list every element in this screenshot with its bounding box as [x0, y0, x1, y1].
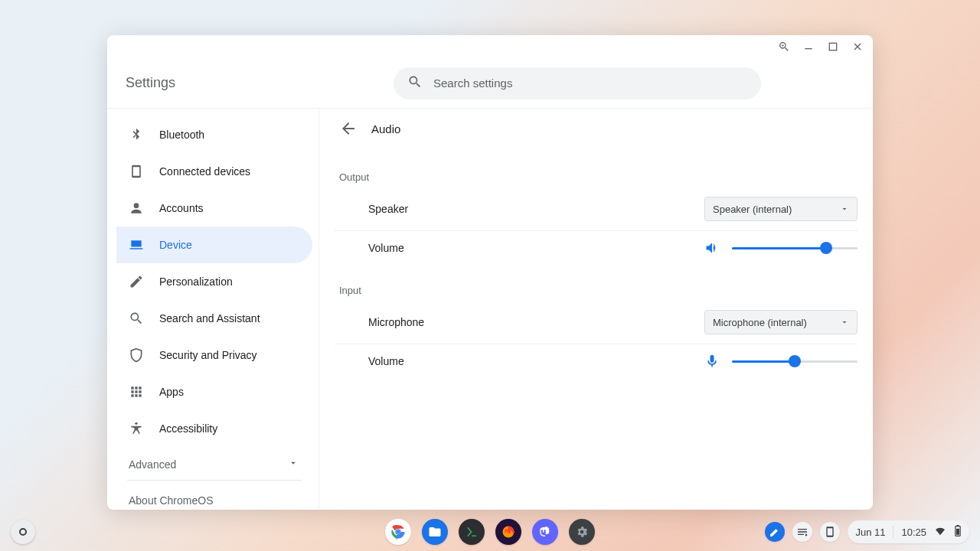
input-volume-label: Volume	[368, 355, 404, 367]
app-settings[interactable]	[569, 519, 595, 545]
chevron-down-icon	[840, 318, 849, 327]
about-label: About ChromeOS	[129, 494, 214, 507]
sidebar-about[interactable]: About ChromeOS	[116, 487, 312, 510]
svg-rect-1	[829, 43, 836, 50]
volume-icon[interactable]	[704, 240, 720, 256]
chevron-down-icon	[288, 458, 299, 471]
pencil-icon	[129, 274, 144, 289]
app-title: Settings	[126, 75, 325, 91]
app-files[interactable]	[422, 519, 448, 545]
speaker-dropdown-value: Speaker (internal)	[713, 204, 792, 215]
app-firefox[interactable]	[495, 519, 521, 545]
person-icon	[129, 201, 144, 216]
sidebar-item-search-assistant[interactable]: Search and Assistant	[116, 300, 312, 337]
content-area: Audio Output Speaker Speaker (internal) …	[318, 109, 873, 510]
mic-dropdown-value: Microphone (internal)	[713, 317, 807, 328]
sidebar-item-connected-devices[interactable]: Connected devices	[116, 153, 312, 190]
sidebar-item-label: Apps	[159, 386, 184, 398]
sidebar-item-apps[interactable]: Apps	[116, 373, 312, 410]
status-phone-icon[interactable]	[820, 522, 840, 542]
search-icon	[129, 311, 144, 326]
window-titlebar	[107, 35, 873, 58]
status-tray[interactable]: Jun 11 10:25	[848, 520, 969, 543]
input-volume-row: Volume	[335, 344, 858, 378]
svg-rect-9	[956, 525, 959, 527]
wifi-icon	[934, 525, 946, 540]
status-pen-icon[interactable]	[765, 522, 785, 542]
output-volume-row: Volume	[335, 231, 858, 265]
maximize-icon[interactable]	[827, 41, 839, 53]
sidebar-item-label: Personalization	[159, 276, 233, 288]
svg-rect-10	[956, 528, 959, 534]
speaker-dropdown[interactable]: Speaker (internal)	[704, 197, 858, 221]
sidebar-advanced[interactable]: Advanced	[116, 447, 312, 478]
sidebar: Bluetooth Connected devices Accounts Dev…	[107, 109, 318, 510]
search-bar[interactable]	[394, 67, 761, 99]
app-terminal[interactable]	[459, 519, 485, 545]
mic-dropdown[interactable]: Microphone (internal)	[704, 310, 858, 334]
status-date: Jun 11	[855, 527, 885, 538]
sidebar-item-accounts[interactable]: Accounts	[116, 190, 312, 227]
input-volume-slider[interactable]	[732, 354, 858, 369]
back-button[interactable]	[339, 119, 358, 138]
settings-header: Settings	[107, 58, 873, 109]
microphone-icon[interactable]	[704, 354, 720, 369]
phone-icon	[129, 164, 144, 179]
launcher-button[interactable]	[11, 520, 35, 544]
status-area: Jun 11 10:25	[765, 520, 969, 543]
output-volume-label: Volume	[368, 242, 404, 254]
laptop-icon	[129, 237, 144, 253]
output-speaker-row: Speaker Speaker (internal)	[335, 187, 858, 231]
minimize-icon[interactable]	[802, 41, 815, 53]
sidebar-item-security-privacy[interactable]: Security and Privacy	[116, 337, 312, 373]
search-input[interactable]	[433, 77, 747, 90]
pinned-apps	[385, 519, 595, 545]
input-section-label: Input	[339, 285, 858, 296]
bluetooth-icon	[129, 127, 144, 142]
output-section-label: Output	[339, 171, 858, 183]
sidebar-item-bluetooth[interactable]: Bluetooth	[116, 116, 312, 153]
sidebar-item-label: Accessibility	[159, 422, 217, 435]
app-mastodon[interactable]	[532, 519, 558, 545]
status-time: 10:25	[901, 527, 926, 538]
svg-rect-0	[805, 48, 812, 49]
svg-point-6	[396, 530, 400, 533]
sidebar-item-personalization[interactable]: Personalization	[116, 263, 312, 300]
shield-icon	[129, 347, 144, 363]
zoom-icon[interactable]	[778, 41, 790, 53]
output-volume-slider[interactable]	[732, 240, 858, 256]
status-music-icon[interactable]	[792, 522, 812, 542]
sidebar-item-label: Bluetooth	[159, 129, 204, 141]
sidebar-item-label: Device	[159, 239, 192, 251]
input-mic-row: Microphone Microphone (internal)	[335, 301, 858, 344]
app-chrome[interactable]	[385, 519, 411, 545]
sidebar-item-accessibility[interactable]: Accessibility	[116, 410, 312, 447]
shelf: Jun 11 10:25	[0, 513, 980, 551]
sidebar-item-label: Connected devices	[159, 165, 250, 178]
svg-point-2	[135, 422, 137, 425]
settings-window: Settings Bluetooth Connected devices	[107, 35, 873, 510]
search-icon	[407, 74, 423, 93]
sidebar-item-label: Accounts	[159, 202, 204, 214]
launcher-icon	[19, 528, 27, 536]
sidebar-divider	[127, 480, 302, 481]
apps-grid-icon	[129, 384, 144, 399]
sidebar-item-label: Security and Privacy	[159, 349, 257, 361]
speaker-label: Speaker	[368, 203, 408, 215]
sidebar-item-label: Search and Assistant	[159, 312, 260, 324]
page-title: Audio	[371, 122, 400, 135]
sidebar-item-device[interactable]: Device	[116, 227, 312, 263]
advanced-label: Advanced	[129, 458, 176, 471]
chevron-down-icon	[840, 204, 849, 214]
close-icon[interactable]	[851, 41, 864, 53]
accessibility-icon	[129, 421, 144, 436]
mic-label: Microphone	[368, 316, 424, 328]
battery-icon	[954, 525, 962, 540]
